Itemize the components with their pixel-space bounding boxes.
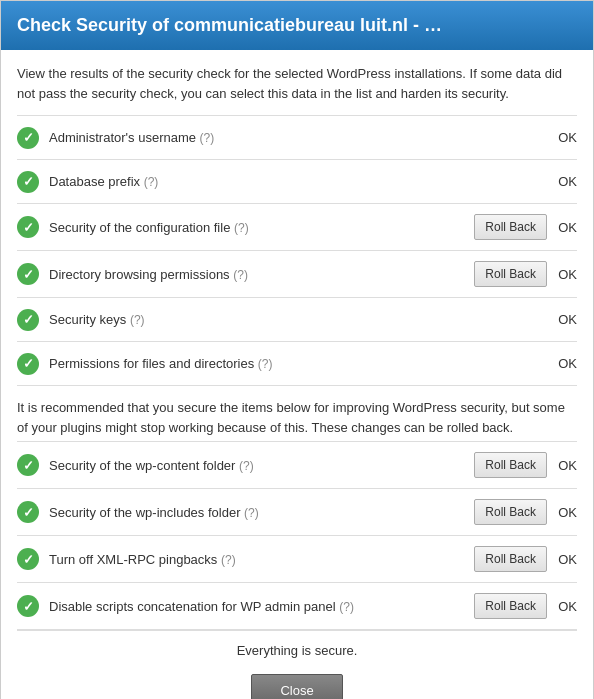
check-row-file-permissions: Permissions for files and directories (?… xyxy=(17,341,577,385)
dialog-title: Check Security of communicatiebureau lui… xyxy=(1,1,593,50)
close-button-wrap: Close xyxy=(17,664,577,699)
check-status-admin-username: OK xyxy=(557,130,577,145)
rollback-button-scripts-concat[interactable]: Roll Back xyxy=(474,593,547,619)
top-checks-list: Administrator's username (?)OKDatabase p… xyxy=(17,115,577,385)
rollback-button-directory-browsing[interactable]: Roll Back xyxy=(474,261,547,287)
check-row-wp-content-folder: Security of the wp-content folder (?)Rol… xyxy=(17,441,577,488)
check-label-database-prefix: Database prefix (?) xyxy=(49,174,547,189)
help-icon-admin-username: (?) xyxy=(200,131,215,145)
check-status-scripts-concat: OK xyxy=(557,599,577,614)
check-row-directory-browsing: Directory browsing permissions (?)Roll B… xyxy=(17,250,577,297)
everything-secure-text: Everything is secure. xyxy=(17,630,577,664)
help-icon-file-permissions: (?) xyxy=(258,357,273,371)
check-icon-security-keys xyxy=(17,309,39,331)
bottom-checks-list: Security of the wp-content folder (?)Rol… xyxy=(17,441,577,630)
help-icon-config-file-security: (?) xyxy=(234,221,249,235)
check-status-security-keys: OK xyxy=(557,312,577,327)
check-icon-wp-content-folder xyxy=(17,454,39,476)
check-status-directory-browsing: OK xyxy=(557,267,577,282)
section-note: It is recommended that you secure the it… xyxy=(17,385,577,441)
help-icon-security-keys: (?) xyxy=(130,313,145,327)
rollback-button-config-file-security[interactable]: Roll Back xyxy=(474,214,547,240)
check-label-file-permissions: Permissions for files and directories (?… xyxy=(49,356,547,371)
help-icon-directory-browsing: (?) xyxy=(233,268,248,282)
help-icon-database-prefix: (?) xyxy=(144,175,159,189)
check-status-database-prefix: OK xyxy=(557,174,577,189)
check-icon-admin-username xyxy=(17,127,39,149)
check-status-file-permissions: OK xyxy=(557,356,577,371)
check-icon-xmlrpc-pingbacks xyxy=(17,548,39,570)
check-label-directory-browsing: Directory browsing permissions (?) xyxy=(49,267,464,282)
check-status-xmlrpc-pingbacks: OK xyxy=(557,552,577,567)
check-status-wp-content-folder: OK xyxy=(557,458,577,473)
check-label-security-keys: Security keys (?) xyxy=(49,312,547,327)
check-row-security-keys: Security keys (?)OK xyxy=(17,297,577,341)
rollback-button-xmlrpc-pingbacks[interactable]: Roll Back xyxy=(474,546,547,572)
check-label-wp-includes-folder: Security of the wp-includes folder (?) xyxy=(49,505,464,520)
help-icon-wp-includes-folder: (?) xyxy=(244,506,259,520)
check-icon-scripts-concat xyxy=(17,595,39,617)
rollback-button-wp-content-folder[interactable]: Roll Back xyxy=(474,452,547,478)
intro-text: View the results of the security check f… xyxy=(17,64,577,103)
check-label-config-file-security: Security of the configuration file (?) xyxy=(49,220,464,235)
check-status-wp-includes-folder: OK xyxy=(557,505,577,520)
check-icon-config-file-security xyxy=(17,216,39,238)
check-label-wp-content-folder: Security of the wp-content folder (?) xyxy=(49,458,464,473)
check-row-scripts-concat: Disable scripts concatenation for WP adm… xyxy=(17,582,577,630)
check-status-config-file-security: OK xyxy=(557,220,577,235)
check-icon-wp-includes-folder xyxy=(17,501,39,523)
help-icon-wp-content-folder: (?) xyxy=(239,459,254,473)
check-row-admin-username: Administrator's username (?)OK xyxy=(17,115,577,159)
check-icon-database-prefix xyxy=(17,171,39,193)
check-row-xmlrpc-pingbacks: Turn off XML-RPC pingbacks (?)Roll BackO… xyxy=(17,535,577,582)
check-row-database-prefix: Database prefix (?)OK xyxy=(17,159,577,203)
dialog-body: View the results of the security check f… xyxy=(1,50,593,699)
check-icon-file-permissions xyxy=(17,353,39,375)
check-label-admin-username: Administrator's username (?) xyxy=(49,130,547,145)
help-icon-xmlrpc-pingbacks: (?) xyxy=(221,553,236,567)
help-icon-scripts-concat: (?) xyxy=(339,600,354,614)
check-icon-directory-browsing xyxy=(17,263,39,285)
check-row-wp-includes-folder: Security of the wp-includes folder (?)Ro… xyxy=(17,488,577,535)
check-label-scripts-concat: Disable scripts concatenation for WP adm… xyxy=(49,599,464,614)
rollback-button-wp-includes-folder[interactable]: Roll Back xyxy=(474,499,547,525)
check-label-xmlrpc-pingbacks: Turn off XML-RPC pingbacks (?) xyxy=(49,552,464,567)
security-check-dialog: Check Security of communicatiebureau lui… xyxy=(0,0,594,699)
close-button[interactable]: Close xyxy=(251,674,342,699)
check-row-config-file-security: Security of the configuration file (?)Ro… xyxy=(17,203,577,250)
